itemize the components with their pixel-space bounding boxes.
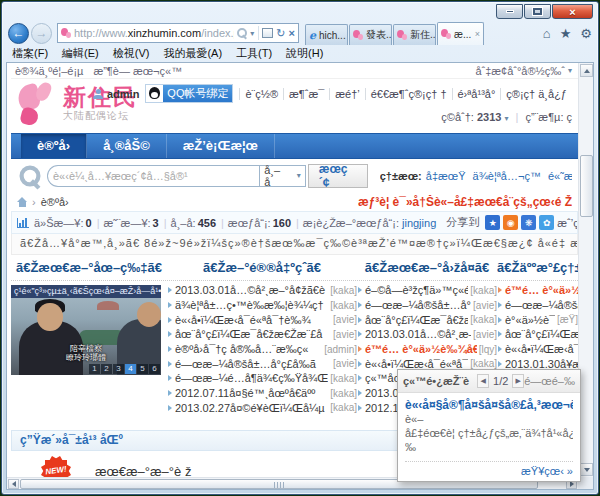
post-list-item[interactable]: é—œæ–¼é…å¶ä¾€ç‰Ÿå¾Œékaka	[167, 371, 357, 386]
hot-search-link[interactable]: é«˜æœ	[548, 170, 572, 182]
user-link[interactable]: ç®¡ç† ä¸­å¿ƒ	[500, 88, 572, 100]
menu-item[interactable]: 編輯(E)	[62, 46, 99, 61]
hot-search-link[interactable]: ä¾è¦ªå…¬ç™	[473, 170, 541, 182]
post-list-item[interactable]: 2013.02.27å¤©é¥èŒï¼Œå¼µkaka	[167, 401, 357, 416]
scroll-up-button[interactable]	[580, 64, 593, 77]
popup-close-button[interactable]: é—œé–‰	[524, 375, 575, 387]
slideshow-page-button[interactable]: 3	[113, 364, 124, 374]
latest-news-link[interactable]: æœ€æ–°æ–°è ž	[95, 464, 191, 478]
browser-tab[interactable]: e 發表... ×	[349, 24, 392, 45]
home-icon[interactable]	[17, 197, 28, 207]
top-link[interactable]: è®¾ä¸ºé¦–é¡µ	[15, 65, 83, 77]
search-input[interactable]	[47, 165, 259, 187]
wide-version-link[interactable]: åˆ‡æ¢åˆ°å®½ç‰ˆ ▾	[475, 65, 572, 77]
search-button[interactable]: æœç´¢	[308, 164, 368, 188]
post-list-item[interactable]: é—œæ–¼å®šå±…å°ç£å‰ãavie	[167, 356, 357, 371]
refresh-icon[interactable]: ↻	[276, 27, 285, 40]
menu-item[interactable]: 檢視(V)	[113, 46, 150, 61]
stop-icon[interactable]: ×	[289, 27, 295, 39]
chevron-down-icon[interactable]: ▾	[250, 29, 254, 38]
qq-bind-button[interactable]: QQ帐号绑定	[145, 84, 233, 103]
new-member-link[interactable]: jingjing	[402, 217, 436, 229]
slideshow-page-button[interactable]: 4	[125, 364, 136, 374]
post-list-item[interactable]: é—œæ–¼å®šå±…å°ç£å‰°ïavie	[357, 298, 497, 313]
url-text[interactable]: http://www.xinzhumin.com/index.php	[74, 27, 234, 39]
post-list-item[interactable]: é™é… è°«ä»½è‰¾å€6æ˜14ælqy	[357, 342, 497, 357]
post-list-item[interactable]: è®ºå›å¯†ç å®‰å…¨æ‰ç«admin	[167, 342, 357, 357]
menu-item[interactable]: 檔案(F)	[12, 46, 48, 61]
maximize-button[interactable]	[524, 4, 551, 19]
share-icon[interactable]: ◉	[503, 215, 518, 230]
vertical-scroll-thumb[interactable]	[580, 155, 593, 217]
user-links: è¨­ç½®æ¶ˆæ¯æé†’é€€æ¶ˆç®¡ç† †é›ªå¹³å°ç®¡ç…	[239, 88, 572, 100]
popup-recommended-link[interactable]: è«‹å¤§å®¶å¤šå¤šå®£å‚³æœ¬è«–å£‡	[405, 398, 573, 412]
post-list-item[interactable]: 2012.07.11å¤§é™¸åœºå€äººkaka	[167, 386, 357, 401]
post-list-item[interactable]: é™é… è°«ä»½è‰€æ	[497, 283, 578, 298]
slideshow-page-button[interactable]: 5	[137, 364, 148, 374]
hot-search-link[interactable]: å‡æœŸ	[426, 170, 466, 182]
post-list-item[interactable]: é–©å—è³žç¶ä»™ç«é††ˆkaka	[357, 283, 497, 298]
post-list-item[interactable]: è«‹å•ï¼Œæ‹å¯é«ªå	[497, 342, 578, 357]
browser-tab[interactable]: e 新住... ×	[393, 24, 436, 45]
browser-tab[interactable]: e æ... ×	[437, 22, 484, 45]
post-list-item[interactable]: åœ¨å°ç£ï¼Œæ¯å€žæ€Žæ¨£åavie	[167, 327, 357, 342]
address-bar[interactable]: http://www.xinzhumin.com/index.php ▾ ↻ ×	[57, 23, 299, 43]
compatibility-view-icon[interactable]	[262, 28, 273, 38]
post-list-item[interactable]: è°«ä»½è¯é—®æŸ	[497, 312, 578, 327]
bullet-icon	[168, 287, 172, 293]
chevron-down-icon[interactable]: ▾	[505, 114, 509, 123]
forward-button[interactable]: →	[31, 23, 52, 44]
user-link[interactable]: æ¶ˆæ¯	[283, 88, 329, 100]
home-icon[interactable]: ⌂	[543, 26, 551, 41]
register-notice[interactable]: æƒ³è¦ è¯»å†Šè«–å£‡æœ€å¨çš„çœ‹é Ž	[358, 195, 572, 209]
announcement-bar[interactable]: ã€Žå…¥å°æ™‚å¸»ã€ 8é»ž~9é»žï¼šç»®è†šæœ‰æ¯…	[11, 234, 578, 255]
menu-item[interactable]: 說明(H)	[286, 46, 323, 61]
browser-tab[interactable]: e hich... ×	[305, 24, 348, 45]
username[interactable]: admin	[107, 88, 139, 100]
back-button[interactable]: ←	[8, 23, 29, 44]
slideshow-page-button[interactable]: 2	[101, 364, 112, 374]
slideshow-caption[interactable]: ç¹é«”ç³»çµ±ä¸‹ã€Šçœ‹å¤–æŽ›å­—å¹•	[11, 285, 161, 298]
my-posts-link[interactable]: æˆ’çš„å¸–å­	[557, 217, 578, 229]
qq-bind-label: QQ帐号绑定	[163, 85, 232, 102]
share-icon[interactable]: ★	[485, 215, 500, 230]
slideshow-page-button[interactable]: 1	[89, 364, 100, 374]
menu-item[interactable]: 我的最愛(A)	[163, 46, 222, 61]
post-title: é—œæ–¼å®šå±…å°ç£å‰°ï	[365, 299, 471, 311]
popup-prev-button[interactable]: ◀	[477, 374, 489, 388]
close-button[interactable]: ×	[552, 4, 593, 19]
bullet-icon	[358, 375, 362, 381]
tab-close-icon[interactable]: ×	[475, 29, 480, 39]
favorites-star-icon[interactable]: ★	[560, 26, 572, 41]
user-link[interactable]: æé†’	[329, 88, 364, 100]
image-slideshow[interactable]: ç¹é«”ç³»çµ±ä¸‹ã€Šçœ‹å¤–æŽ›å­—å¹• 陪辛檔察瞭玲玲…	[11, 285, 161, 375]
search-icon[interactable]	[237, 28, 247, 38]
view-more-link[interactable]: æŸ¥çœ‹ »	[521, 465, 573, 477]
post-list-item[interactable]: 2013.03.01å…©å²¸æ–°å¢žå€èavie	[357, 327, 497, 342]
search-type-select[interactable]: å¸–å­▾	[259, 165, 306, 187]
share-icon[interactable]: ✿	[539, 215, 554, 230]
user-link[interactable]: è¨­ç½®	[239, 88, 283, 100]
scroll-down-button[interactable]	[580, 463, 593, 476]
user-link[interactable]: é›ªå¹³å°	[452, 88, 501, 100]
nav-item[interactable]: å¸®åŠ©	[87, 134, 167, 158]
popup-next-button[interactable]: ▶	[512, 374, 524, 388]
user-link[interactable]: é€€æ¶ˆç®¡ç† †	[365, 88, 452, 100]
share-icon[interactable]: ❋	[521, 215, 536, 230]
gear-icon[interactable]: ⚙	[580, 26, 592, 41]
post-list-item[interactable]: åœ¨å°ç£ï¼Œæ¯å€žæ	[497, 327, 578, 342]
post-list-item[interactable]: 2013.03.01å…©å²¸æ–°å¢žã€èkaka	[167, 283, 357, 298]
top-link[interactable]: æ”¶è— æœ¬ç«™	[93, 65, 182, 77]
breadcrumb-current[interactable]: è®ºå›	[41, 196, 69, 208]
post-list-item[interactable]: é—œæ–¼å®šå±…å°ç	[497, 298, 578, 313]
nav-item[interactable]: è®ºå›	[21, 134, 87, 158]
scroll-left-button[interactable]	[8, 479, 19, 489]
post-title: è®ºå›å¯†ç å®‰å…¨æ‰ç«	[175, 343, 322, 355]
post-list-item[interactable]: åœ¨å°ç£ï¼Œæ¯å€žæ£åkaka	[357, 312, 497, 327]
nav-item[interactable]: æŽ’è¡Œæ¦œ	[167, 134, 275, 158]
post-list-item[interactable]: è«‹å•ï¼Œæ‹å¯é«ªå¯†è‰¾avie	[167, 312, 357, 327]
post-list-item[interactable]: ä¾è¦ªå±…ç•™è‰æ‰¦è¾¼ç†kaka	[167, 298, 357, 313]
slideshow-page-button[interactable]: 6	[149, 364, 160, 374]
minimize-button[interactable]	[496, 4, 523, 19]
menu-item[interactable]: 工具(T)	[236, 46, 272, 61]
